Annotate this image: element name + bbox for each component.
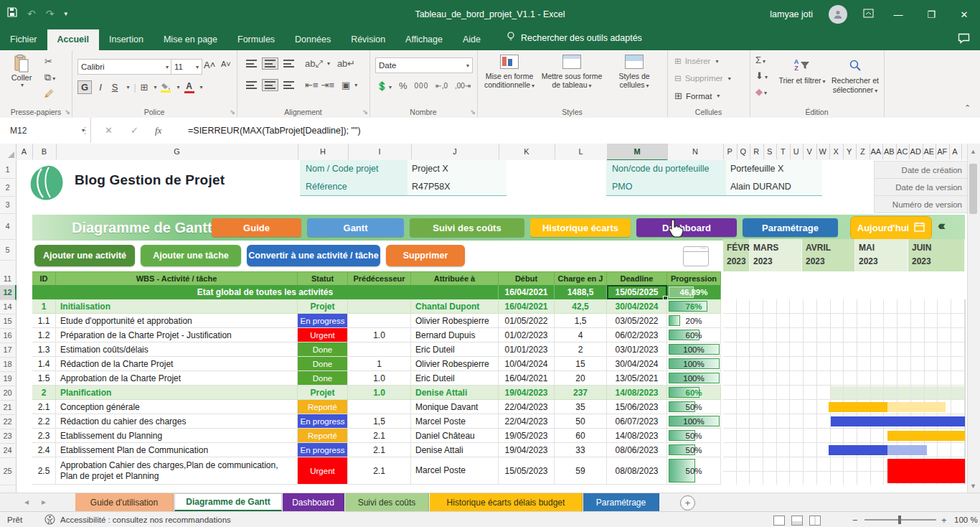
column-header-N-9[interactable]: N <box>667 144 724 159</box>
row-number-20[interactable]: 20 <box>0 386 15 401</box>
table-col-header-charge-en-j[interactable]: Charge en J <box>555 271 607 285</box>
row-number-3[interactable]: 3 <box>0 196 15 214</box>
confirm-entry-icon[interactable]: ✓ <box>131 118 138 143</box>
column-header-U-15[interactable]: U <box>790 144 804 159</box>
ribbon-tab-fichier[interactable]: Fichier <box>0 29 47 50</box>
sheet-tab-suivi-des-couts[interactable]: Suivi des coûts <box>345 493 429 511</box>
column-header-Z-20[interactable]: Z <box>856 144 870 159</box>
normal-view-icon[interactable] <box>773 516 785 526</box>
cell-id[interactable]: 2.1 <box>32 400 56 414</box>
cell-deadline[interactable]: 08/08/2023 <box>607 457 667 485</box>
column-header-B-1[interactable]: B <box>32 144 57 159</box>
cell-debut[interactable]: 22/04/2023 <box>499 400 555 414</box>
wrap-text-icon[interactable]: ab↵ <box>337 58 355 69</box>
thousands-icon[interactable]: 000 <box>415 82 429 90</box>
cell-deadline[interactable]: 14/08/2023 <box>607 386 667 400</box>
cell-id[interactable]: 1.1 <box>32 314 56 328</box>
row-number-14[interactable]: 14 <box>0 299 15 314</box>
zoom-out-icon[interactable]: − <box>852 515 858 526</box>
close-button[interactable]: ✕ <box>956 9 973 20</box>
bold-button[interactable]: G <box>77 80 92 94</box>
cell-statut[interactable]: Reporté <box>298 400 348 414</box>
table-col-header-predecesseur[interactable]: Prédécesseur <box>348 271 411 285</box>
cell-progression[interactable]: 100% <box>667 342 721 357</box>
column-header-AA-21[interactable]: AA <box>870 144 884 159</box>
cell-debut[interactable]: 01/01/2023 <box>499 342 555 357</box>
borders-icon[interactable]: ⊞ <box>141 82 149 93</box>
qat-customize-icon[interactable]: ▾ <box>64 10 67 17</box>
scrollbar-thumb[interactable] <box>969 164 977 214</box>
table-row-2[interactable]: 2PlanificationProjet1.0Denise Attali19/0… <box>32 386 721 400</box>
table-row-2.1[interactable]: 2.1Conception généraleReportéMonique Dav… <box>32 400 721 414</box>
today-button[interactable]: Aujourd'hui <box>850 216 932 240</box>
info-value-nom-code-projet[interactable]: Project X <box>407 160 507 178</box>
number-format-select[interactable]: Date▾ <box>375 57 473 73</box>
minimize-button[interactable]: — <box>890 9 907 20</box>
cell-debut[interactable]: 01/02/2023 <box>499 328 555 342</box>
zoom-slider-thumb[interactable] <box>898 516 901 524</box>
font-size-select[interactable]: 11▾ <box>171 59 202 75</box>
cell-attribuee[interactable]: Olivier Robespierre <box>411 314 499 328</box>
cell-charge[interactable]: 33 <box>555 443 607 457</box>
table-row-2.3[interactable]: 2.3Etablissement du PlanningReporté2.1Da… <box>32 429 721 443</box>
cell-debut[interactable]: 19/05/2023 <box>499 429 555 443</box>
percent-icon[interactable]: % <box>399 80 407 91</box>
table-col-header-debut[interactable]: Début <box>499 271 555 285</box>
cell-debut[interactable]: 22/04/2023 <box>499 414 555 429</box>
cell-wbs[interactable]: Estimation coûts/délais <box>56 342 298 357</box>
cell-progression[interactable]: 60% <box>667 386 721 400</box>
clear-icon[interactable]: ◆▾ <box>755 86 768 97</box>
gantt-grid[interactable] <box>723 299 966 485</box>
summary-progress[interactable]: 46,89% <box>667 285 721 299</box>
undo-icon[interactable]: ↶ <box>27 8 36 19</box>
column-header-L-7[interactable]: L <box>555 144 608 159</box>
cell-debut[interactable]: 10/04/2024 <box>499 357 555 371</box>
month-header-avril[interactable]: AVRIL2023 <box>802 239 855 271</box>
cell-charge[interactable]: 237 <box>555 386 607 400</box>
cell-attribuee[interactable]: Denise Attali <box>411 386 499 400</box>
cell-charge[interactable]: 2 <box>555 342 607 357</box>
page-break-view-icon[interactable] <box>809 516 821 526</box>
row-number-15[interactable]: 15 <box>0 314 15 329</box>
insert-cells-button[interactable]: ⊞Insérer▾ <box>674 56 718 66</box>
cell-progression[interactable]: 50% <box>667 400 721 414</box>
font-color-icon[interactable]: A <box>184 82 194 93</box>
font-name-select[interactable]: Calibri▾ <box>77 59 172 75</box>
cell-wbs[interactable]: Préparation de la Charte Projet - Justif… <box>56 328 298 342</box>
ribbon-tab-donnees[interactable]: Données <box>285 29 341 50</box>
cell-charge[interactable]: 42,5 <box>555 299 607 314</box>
info-value-reference[interactable]: R47P58X <box>407 177 507 196</box>
table-col-header-attribuee-a[interactable]: Attribuée à <box>411 271 499 285</box>
column-header-AB-22[interactable]: AB <box>882 144 897 159</box>
increase-decimal-icon[interactable]: ⇤,0 <box>435 82 448 90</box>
table-row-1[interactable]: 1InitialisationProjetChantal Dupont16/04… <box>32 299 721 314</box>
cell-charge[interactable]: 20 <box>555 371 607 386</box>
cell-id[interactable]: 1.5 <box>32 371 56 386</box>
column-header-K-6[interactable]: K <box>499 144 555 159</box>
cell-attribuee[interactable]: Daniel Château <box>411 429 499 443</box>
cell-deadline[interactable]: 08/06/2023 <box>607 443 667 457</box>
nav-button-guide[interactable]: Guide <box>212 218 301 237</box>
cell-statut[interactable]: En progress <box>298 314 348 328</box>
cell-id[interactable]: 1.2 <box>32 328 56 342</box>
formula-input[interactable]: =SIERREUR(MAX(TabProjet[Deadline]); "") <box>188 118 361 143</box>
row-number-18[interactable]: 18 <box>0 357 15 372</box>
currency-icon[interactable]: 💲▾ <box>377 81 392 91</box>
row-number-16[interactable]: 16 <box>0 328 15 343</box>
grow-font-icon[interactable]: A˄ <box>204 60 215 70</box>
column-header-M-8[interactable]: M <box>607 144 668 161</box>
cell-attribuee[interactable]: Monique Davant <box>411 400 499 414</box>
cell-predecesseur[interactable] <box>348 400 411 414</box>
nav-button-suivi-des-couts[interactable]: Suivi des coûts <box>410 218 524 237</box>
paste-button[interactable]: Coller▾ <box>6 55 37 88</box>
cell-predecesseur[interactable]: 1 <box>348 357 411 371</box>
insert-function-icon[interactable]: fx <box>155 118 161 143</box>
cell-progression[interactable]: 100% <box>667 371 721 386</box>
cell-wbs[interactable]: Etablissement du Planning <box>56 429 298 443</box>
cell-statut[interactable]: Projet <box>298 299 348 314</box>
new-sheet-button[interactable]: + <box>680 495 695 510</box>
column-header-V-16[interactable]: V <box>803 144 817 159</box>
cell-attribuee[interactable]: Chantal Dupont <box>411 299 499 314</box>
table-col-header-statut[interactable]: Statut <box>298 271 348 285</box>
month-header-juin[interactable]: JUIN2023 <box>908 239 965 271</box>
